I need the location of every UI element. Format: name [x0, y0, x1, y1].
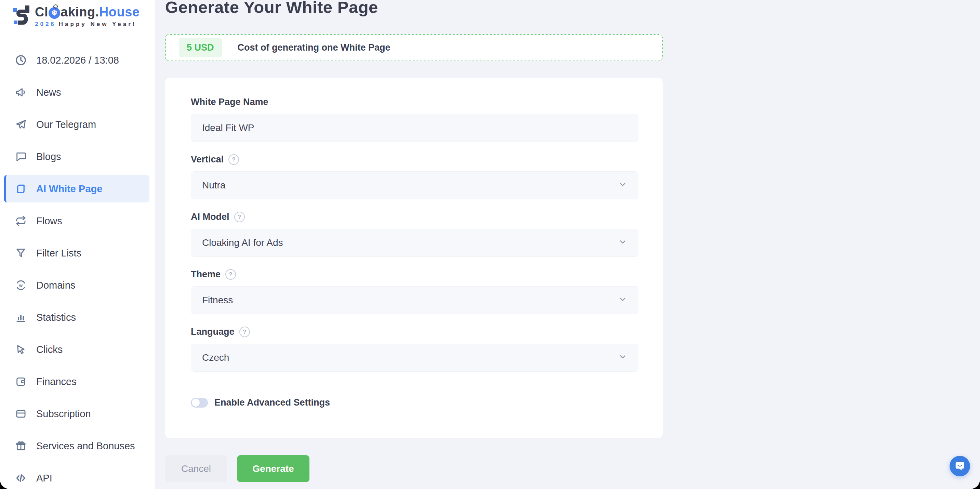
toggle-knob: [192, 399, 200, 406]
sidebar-item-label: API: [36, 473, 52, 484]
svg-text:w: w: [19, 283, 22, 288]
ai-model-select[interactable]: Cloaking AI for Ads: [191, 229, 638, 257]
chat-bubble-icon: [15, 151, 27, 162]
select-value: Cloaking AI for Ads: [202, 237, 283, 248]
sidebar-item-label: Services and Bonuses: [36, 440, 135, 452]
sidebar-item-clicks[interactable]: Clicks: [0, 336, 155, 363]
sidebar-item-subscription[interactable]: Subscription: [0, 400, 155, 427]
chat-launcher-button[interactable]: [950, 456, 970, 476]
sidebar-item-label: Our Telegram: [36, 119, 96, 130]
logo-mark-icon: [12, 5, 30, 26]
field-theme: Theme ? Fitness: [191, 269, 638, 314]
field-label: Language: [191, 327, 235, 337]
sidebar-item-label: 18.02.2026 / 13:08: [36, 55, 119, 66]
field-label: White Page Name: [191, 97, 269, 107]
main-content: Generate Your White Page 5 USD Cost of g…: [155, 0, 980, 489]
select-value: Nutra: [202, 180, 225, 191]
cost-badge: 5 USD: [179, 38, 222, 57]
logo[interactable]: Cl❄aking.House 2026Happy New Year!: [12, 5, 140, 27]
sidebar-item-our-telegram[interactable]: Our Telegram: [0, 111, 155, 138]
sidebar-item-label: Statistics: [36, 312, 76, 323]
sidebar-item-label: Clicks: [36, 344, 62, 355]
page-icon: [15, 183, 27, 194]
sidebar-item-news[interactable]: News: [0, 79, 155, 106]
field-ai-model: AI Model ? Cloaking AI for Ads: [191, 212, 638, 257]
sidebar: Cl❄aking.House 2026Happy New Year! 18.02…: [0, 0, 155, 489]
sidebar-item-flows[interactable]: Flows: [0, 207, 155, 234]
brand-part: Cl: [35, 5, 48, 19]
snowflake-ornament-icon: ❄: [49, 7, 60, 19]
credit-card-icon: [15, 408, 27, 420]
logo-text: Cl❄aking.House 2026Happy New Year!: [35, 5, 140, 27]
sidebar-item-label: AI White Page: [36, 183, 102, 194]
sidebar-item-filter-lists[interactable]: Filter Lists: [0, 239, 155, 267]
page-title: Generate Your White Page: [165, 0, 980, 17]
sidebar-item-api[interactable]: API: [0, 464, 155, 489]
megaphone-icon: [15, 86, 27, 98]
sidebar-item-domains[interactable]: w Domains: [0, 271, 155, 299]
sidebar-item-label: Filter Lists: [36, 248, 81, 259]
globe-w-icon: w: [15, 279, 27, 291]
sidebar-menu: 18.02.2026 / 13:08 News Our Telegram Blo…: [0, 46, 155, 489]
advanced-settings-toggle[interactable]: [191, 398, 208, 408]
white-page-form-card: White Page Name Vertical ? Nutra: [165, 78, 663, 438]
field-vertical: Vertical ? Nutra: [191, 154, 638, 199]
language-select[interactable]: Czech: [191, 344, 638, 372]
sidebar-item-services-and-bonuses[interactable]: Services and Bonuses: [0, 432, 155, 460]
sidebar-item-label: News: [36, 87, 61, 98]
chevron-down-icon: [618, 295, 627, 306]
sidebar-item-ai-white-page[interactable]: AI White Page: [4, 175, 150, 202]
greeting-year: 2026: [35, 21, 56, 27]
sidebar-item-finances[interactable]: Finances: [0, 368, 155, 395]
help-icon[interactable]: ?: [239, 327, 250, 337]
field-label: Vertical: [191, 154, 224, 165]
select-value: Czech: [202, 352, 229, 363]
cancel-button[interactable]: Cancel: [165, 455, 227, 482]
sidebar-item-statistics[interactable]: Statistics: [0, 304, 155, 331]
cursor-icon: [15, 344, 27, 355]
clock-icon: [15, 54, 27, 66]
form-actions: Cancel Generate: [165, 455, 980, 482]
help-icon[interactable]: ?: [234, 212, 245, 222]
cost-text: Cost of generating one White Page: [238, 42, 390, 53]
paper-plane-icon: [15, 119, 27, 130]
field-language: Language ? Czech: [191, 327, 638, 372]
wallet-icon: [15, 376, 27, 387]
help-icon[interactable]: ?: [225, 269, 236, 280]
vertical-select[interactable]: Nutra: [191, 171, 638, 199]
sidebar-item-blogs[interactable]: Blogs: [0, 143, 155, 170]
sidebar-item-label: Domains: [36, 280, 75, 291]
help-icon[interactable]: ?: [228, 154, 239, 165]
code-icon: [15, 472, 27, 484]
brand-accent: House: [99, 5, 140, 19]
field-white-page-name: White Page Name: [191, 97, 638, 142]
generate-button[interactable]: Generate: [237, 455, 309, 482]
chevron-down-icon: [618, 352, 627, 363]
field-label: AI Model: [191, 212, 229, 222]
sidebar-item-label: Flows: [36, 215, 62, 227]
field-label: Theme: [191, 269, 221, 280]
sidebar-item-label: Blogs: [36, 151, 61, 162]
bar-chart-icon: [15, 312, 27, 323]
sidebar-item-label: Subscription: [36, 408, 91, 420]
brand-part: aking.: [60, 5, 99, 19]
app-window: Cl❄aking.House 2026Happy New Year! 18.02…: [0, 0, 980, 489]
funnel-icon: [15, 247, 27, 259]
gift-icon: [15, 440, 27, 452]
cost-banner: 5 USD Cost of generating one White Page: [165, 34, 663, 61]
repeat-icon: [15, 215, 27, 227]
greeting-text: Happy New Year!: [59, 21, 137, 27]
chevron-down-icon: [618, 180, 627, 191]
toggle-label: Enable Advanced Settings: [215, 397, 330, 408]
chat-bubble-smile-icon: [955, 460, 965, 471]
white-page-name-input[interactable]: [191, 114, 638, 142]
advanced-settings-row: Enable Advanced Settings: [191, 397, 638, 408]
sidebar-item-label: Finances: [36, 376, 76, 387]
logo-greeting: 2026Happy New Year!: [35, 21, 140, 27]
sidebar-item-datetime: 18.02.2026 / 13:08: [0, 46, 155, 74]
chevron-down-icon: [618, 237, 627, 248]
select-value: Fitness: [202, 295, 233, 306]
theme-select[interactable]: Fitness: [191, 286, 638, 314]
